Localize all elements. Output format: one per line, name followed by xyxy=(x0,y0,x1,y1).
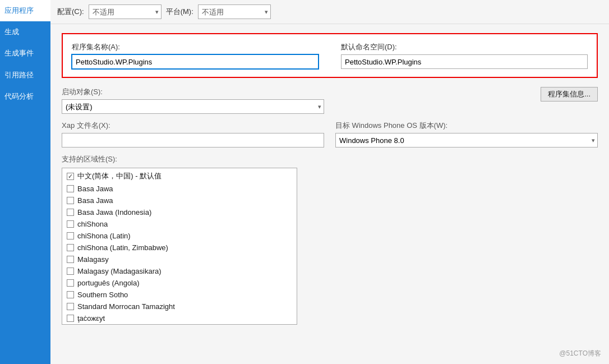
regions-label: 支持的区域性(S): xyxy=(62,154,598,164)
list-item[interactable]: Southern Sotho xyxy=(62,289,297,301)
region-item-label: português (Angola) xyxy=(77,279,140,287)
region-item-label: ţaċoжεyt xyxy=(77,314,105,322)
supported-regions-section: 支持的区域性(S): 中文(简体，中国) - 默认值Basa JawaBasa … xyxy=(62,154,598,325)
region-checkbox[interactable] xyxy=(67,197,74,204)
region-checkbox[interactable] xyxy=(67,268,74,275)
watermark: @51CTO博客 xyxy=(559,349,601,358)
default-namespace-input[interactable] xyxy=(341,54,588,69)
sidebar-item-application[interactable]: 应用程序 xyxy=(0,0,50,21)
region-item-label: chiShona xyxy=(77,220,108,228)
sidebar-item-code-analysis[interactable]: 代码分析 xyxy=(0,86,50,107)
assembly-info-button[interactable]: 程序集信息... xyxy=(541,87,598,102)
list-item[interactable]: Standard Morrocan Tamazight xyxy=(62,301,297,312)
region-item-label: 中文(简体，中国) - 默认值 xyxy=(77,171,162,181)
config-label: 配置(C): xyxy=(57,7,84,17)
platform-label: 平台(M): xyxy=(166,7,193,17)
assembly-namespace-section: 程序集名称(A): 默认命名空间(D): xyxy=(62,33,598,78)
assembly-name-group: 程序集名称(A): xyxy=(72,42,319,69)
region-checkbox[interactable] xyxy=(67,185,74,192)
config-select[interactable]: 不适用 xyxy=(89,4,162,19)
region-checkbox[interactable] xyxy=(67,173,74,180)
region-item-label: chiShona (Latin, Zimbabwe) xyxy=(77,243,168,252)
region-item-label: Southern Sotho xyxy=(77,291,128,299)
startup-object-col: 启动对象(S): (未设置) xyxy=(62,87,324,114)
list-item[interactable]: português (Angola) xyxy=(62,277,297,289)
region-checkbox[interactable] xyxy=(67,291,74,298)
region-item-label: chiShona (Latin) xyxy=(77,232,131,240)
list-item[interactable]: ţaċoжεyt xyxy=(62,312,297,324)
main-content: 配置(C): 不适用 平台(M): 不适用 程序集名称(A): 默认命名空间(D… xyxy=(50,0,609,364)
xap-filename-label: Xap 文件名(X): xyxy=(62,121,324,131)
target-os-select[interactable]: Windows Phone 8.0 xyxy=(335,133,598,148)
xap-filename-input[interactable] xyxy=(62,133,324,148)
target-os-select-wrapper: Windows Phone 8.0 xyxy=(335,133,598,148)
xap-filename-col: Xap 文件名(X): xyxy=(62,121,324,148)
default-namespace-group: 默认命名空间(D): xyxy=(341,42,588,69)
target-os-col: 目标 Windows Phone OS 版本(W): Windows Phone… xyxy=(335,121,598,148)
region-checkbox[interactable] xyxy=(67,232,74,239)
list-item[interactable]: chiShona (Latin) xyxy=(62,230,297,242)
startup-object-select[interactable]: (未设置) xyxy=(62,99,324,114)
region-checkbox[interactable] xyxy=(67,256,74,263)
region-item-label: Basa Jawa xyxy=(77,185,113,193)
region-checkbox[interactable] xyxy=(67,244,74,251)
region-checkbox[interactable] xyxy=(67,209,74,216)
config-select-wrapper: 不适用 xyxy=(89,4,162,19)
xap-targetos-row: Xap 文件名(X): 目标 Windows Phone OS 版本(W): W… xyxy=(62,121,598,148)
region-item-label: Malagasy xyxy=(77,255,109,264)
default-namespace-label: 默认命名空间(D): xyxy=(341,42,588,52)
list-item[interactable]: Malagasy (Madagasikara) xyxy=(62,265,297,277)
list-item[interactable]: 中文(简体，中国) - 默认值 xyxy=(62,169,297,183)
sidebar: 应用程序 生成 生成事件 引用路径 代码分析 xyxy=(0,0,50,364)
assembly-name-input[interactable] xyxy=(72,54,319,69)
list-item[interactable]: Basa Jawa xyxy=(62,195,297,206)
startup-object-label: 启动对象(S): xyxy=(62,87,324,97)
assembly-info-col: 程序集信息... xyxy=(335,87,598,102)
sidebar-item-build[interactable]: 生成 xyxy=(0,21,50,43)
region-item-label: Basa Jawa (Indonesia) xyxy=(77,208,151,216)
region-checkbox[interactable] xyxy=(67,303,74,310)
region-item-label: Basa Jawa xyxy=(77,196,113,205)
sidebar-item-build-events[interactable]: 生成事件 xyxy=(0,43,50,64)
platform-select-wrapper: 不适用 xyxy=(198,4,271,19)
region-item-label: Standard Morrocan Tamazight xyxy=(77,302,175,311)
region-item-label: Malagasy (Madagasikara) xyxy=(77,267,162,275)
region-checkbox[interactable] xyxy=(67,220,74,228)
assembly-namespace-row: 程序集名称(A): 默认命名空间(D): xyxy=(72,42,588,69)
region-checkbox[interactable] xyxy=(67,279,74,287)
regions-list[interactable]: 中文(简体，中国) - 默认值Basa JawaBasa JawaBasa Ja… xyxy=(62,168,297,325)
startup-object-select-wrapper: (未设置) xyxy=(62,99,324,114)
platform-select[interactable]: 不适用 xyxy=(198,4,271,19)
list-item[interactable]: Basa Jawa xyxy=(62,183,297,195)
page-body: 程序集名称(A): 默认命名空间(D): 启动对象(S): (未设置) xyxy=(50,24,609,364)
sidebar-item-reference-paths[interactable]: 引用路径 xyxy=(0,64,50,86)
target-os-label: 目标 Windows Phone OS 版本(W): xyxy=(335,121,598,131)
list-item[interactable]: Malagasy xyxy=(62,254,297,265)
startup-assembly-row: 启动对象(S): (未设置) 程序集信息... xyxy=(62,87,598,114)
toolbar: 配置(C): 不适用 平台(M): 不适用 xyxy=(50,0,609,24)
assembly-name-label: 程序集名称(A): xyxy=(72,42,319,52)
list-item[interactable]: Basa Jawa (Indonesia) xyxy=(62,206,297,218)
list-item[interactable]: chiShona (Latin, Zimbabwe) xyxy=(62,242,297,254)
list-item[interactable]: chiShona xyxy=(62,218,297,230)
region-checkbox[interactable] xyxy=(67,315,74,322)
